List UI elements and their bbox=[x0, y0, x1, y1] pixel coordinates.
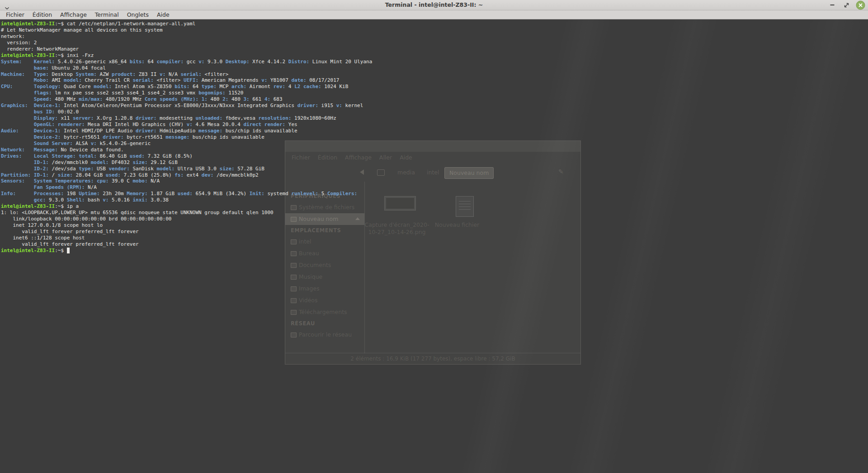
terminal-line: intel@intel-Z83-II:~$ cat /etc/netplan/1… bbox=[1, 21, 868, 27]
terminal-line: Sound Server: ALSA v: k5.4.0-26-generic bbox=[1, 140, 868, 147]
terminal-line: valid_lft forever preferred_lft forever bbox=[1, 229, 868, 235]
terminal-line: Drives: Local Storage: total: 86.40 GiB … bbox=[1, 153, 868, 159]
window-title: Terminal - intel@intel-Z83-II: ~ bbox=[0, 0, 868, 10]
terminal-line: flags: lm nx pae sse sse2 sse3 sse4_1 ss… bbox=[1, 90, 868, 96]
terminal-line: Network: Message: No Device data found. bbox=[1, 147, 868, 153]
close-button[interactable] bbox=[855, 0, 865, 10]
terminal-line: gcc: 9.3.0 Shell: bash v: 5.0.16 inxi: 3… bbox=[1, 197, 868, 203]
ghost-sidebar-item-videos: Vidéos bbox=[285, 295, 364, 306]
menu-terminal[interactable]: Terminal bbox=[91, 10, 123, 19]
terminal-line: 1: lo: <LOOPBACK,UP,LOWER_UP> mtu 65536 … bbox=[1, 210, 868, 216]
menubar: FichierÉditionAffichageTerminalOngletsAi… bbox=[0, 10, 868, 19]
terminal-line: Speed: 480 MHz min/max: 480/1920 MHz Cor… bbox=[1, 96, 868, 103]
folder-icon bbox=[291, 286, 297, 291]
ghost-sidebar-header-reseau: RÉSEAU bbox=[285, 318, 364, 329]
terminal-line: Graphics: Device-1: Intel Atom/Celeron/P… bbox=[1, 103, 868, 109]
terminal-line: intel@intel-Z83-II:~$ inxi -Fxz bbox=[1, 52, 868, 59]
terminal-line: base: Ubuntu 20.04 focal bbox=[1, 65, 868, 71]
menu-aide[interactable]: Aide bbox=[153, 10, 174, 19]
terminal-line: Sensors: System Temperatures: cpu: 39.0 … bbox=[1, 178, 868, 184]
window-titlebar: Terminal - intel@intel-Z83-II: ~ bbox=[0, 0, 868, 10]
terminal-line: intel@intel-Z83-II:~$ bbox=[1, 248, 868, 254]
terminal-line: version: 2 bbox=[1, 40, 868, 46]
terminal-line: renderer: NetworkManager bbox=[1, 46, 868, 52]
terminal-line: System: Kernel: 5.4.0-26-generic x86_64 … bbox=[1, 59, 868, 65]
ghost-sidebar-item-images: Images bbox=[285, 283, 364, 295]
terminal-line: network: bbox=[1, 33, 868, 40]
minimize-button[interactable] bbox=[827, 0, 837, 10]
ghost-sidebar-item-telechargements: Téléchargements bbox=[285, 306, 364, 318]
menu-affichage[interactable]: Affichage bbox=[56, 10, 91, 19]
ghost-sidebar-item-musique: Musique bbox=[285, 271, 364, 283]
terminal-line: CPU: Topology: Quad Core model: Intel At… bbox=[1, 84, 868, 90]
terminal-line: bus ID: 00:02.0 bbox=[1, 109, 868, 115]
menu-edition[interactable]: Édition bbox=[28, 10, 56, 19]
terminal-line: Display: x11 server: X.Org 1.20.8 driver… bbox=[1, 115, 868, 122]
folder-icon bbox=[291, 263, 297, 268]
terminal-line: ID-1: /dev/mmcblk0 model: DF4032 size: 2… bbox=[1, 159, 868, 166]
terminal-cursor bbox=[67, 248, 70, 253]
ghost-sidebar-item-documents: Documents bbox=[285, 259, 364, 271]
terminal-line: # Let NetworkManager manage all devices … bbox=[1, 27, 868, 33]
terminal-line: Machine: Type: Desktop System: AZW produ… bbox=[1, 71, 868, 78]
terminal-line: Partition: ID-1: / size: 28.04 GiB used:… bbox=[1, 172, 868, 178]
terminal-line: inet 127.0.0.1/8 scope host lo bbox=[1, 222, 868, 229]
folder-icon bbox=[291, 310, 297, 315]
terminal-line: Fan Speeds (RPM): N/A bbox=[1, 184, 868, 191]
ghost-statusbar: 2 éléments : 16,9 KiB (17 277 bytes), es… bbox=[285, 353, 580, 364]
terminal-line: link/loopback 00:00:00:00:00:00 brd 00:0… bbox=[1, 216, 868, 222]
terminal-line: Info: Processes: 198 Uptime: 23h 20m Mem… bbox=[1, 191, 868, 197]
maximize-button[interactable] bbox=[841, 0, 851, 10]
terminal-line: OpenGL: renderer: Mesa DRI Intel HD Grap… bbox=[1, 122, 868, 128]
terminal-line: Audio: Device-1: Intel HDMI/DP LPE Audio… bbox=[1, 128, 868, 134]
window-controls bbox=[827, 0, 865, 10]
terminal-line: valid_lft forever preferred_lft forever bbox=[1, 241, 868, 248]
terminal-line: Device-2: bytcr-rt5651 driver: bytcr-rt5… bbox=[1, 134, 868, 140]
folder-icon bbox=[291, 333, 297, 337]
menu-fichier[interactable]: Fichier bbox=[2, 10, 28, 19]
ghost-sidebar-item-parcourir-le-reseau: Parcourir le réseau bbox=[285, 329, 364, 341]
menu-onglets[interactable]: Onglets bbox=[123, 10, 153, 19]
terminal-output: intel@intel-Z83-II:~$ cat /etc/netplan/1… bbox=[1, 21, 868, 254]
terminal-line: Mobo: AMI model: Cherry Trail CR serial:… bbox=[1, 77, 868, 84]
folder-icon bbox=[291, 275, 297, 280]
terminal-line: inet6 ::1/128 scope host bbox=[1, 235, 868, 241]
terminal-line: ID-2: /dev/sda type: USB vendor: SanDisk… bbox=[1, 166, 868, 172]
folder-icon bbox=[291, 298, 297, 303]
terminal-screen[interactable]: FichierÉditionAffichageAllerAide mediain… bbox=[0, 19, 868, 473]
terminal-line: intel@intel-Z83-II:~$ ip a bbox=[1, 203, 868, 210]
